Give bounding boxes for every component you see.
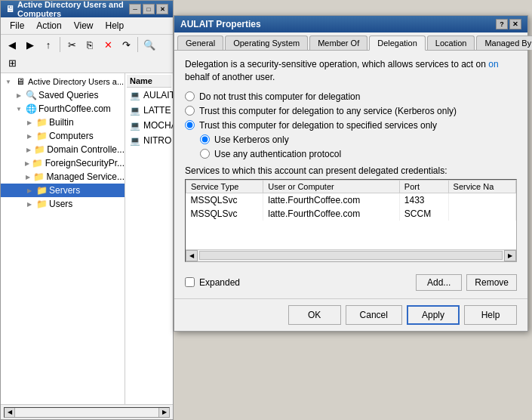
radio-input-2[interactable] bbox=[185, 106, 195, 116]
tree-item-builtin[interactable]: ▶ 📁 Builtin bbox=[1, 116, 125, 129]
tab-general[interactable]: General bbox=[177, 36, 223, 50]
toolbar-sep1 bbox=[60, 37, 60, 52]
expand-users[interactable]: ▶ bbox=[23, 198, 35, 210]
expanded-label: Expanded bbox=[199, 277, 240, 288]
tab-delegation[interactable]: Delegation bbox=[369, 36, 426, 51]
tree-item-managed[interactable]: ▶ 📁 Managed Service... bbox=[1, 170, 125, 184]
toolbar-cut[interactable]: ✂ bbox=[63, 36, 80, 53]
tab-location[interactable]: Location bbox=[427, 36, 475, 50]
content-area: ▼ 🖥 Active Directory Users a... ▶ 🔍 Save… bbox=[1, 73, 173, 404]
list-panel: Name 💻 AULAIT 💻 LATTE 💻 MOCHA 💻 NITRO bbox=[125, 73, 173, 404]
expand-domain[interactable]: ▼ bbox=[13, 103, 25, 115]
toolbar-grid[interactable]: ⊞ bbox=[4, 54, 20, 71]
dialog-footer: OK Cancel Apply Help bbox=[174, 298, 527, 331]
cell-user-computer-1: latte.FourthCoffee.com bbox=[263, 193, 400, 207]
table-row-1[interactable]: MSSQLSvc latte.FourthCoffee.com 1433 bbox=[186, 193, 516, 207]
radio-sub-options: Use Kerberos only Use any authentication… bbox=[200, 134, 517, 159]
dialog: AULAIT Properties ? ✕ General Operating … bbox=[174, 15, 528, 332]
tree-item-root[interactable]: ▼ 🖥 Active Directory Users a... bbox=[1, 75, 125, 88]
tab-managed-by[interactable]: Managed By bbox=[476, 36, 532, 50]
apply-button[interactable]: Apply bbox=[407, 305, 460, 325]
radio-suboption-2[interactable]: Use any authentication protocol bbox=[200, 149, 517, 159]
add-button[interactable]: Add... bbox=[416, 274, 462, 291]
toolbar-copy[interactable]: ⎘ bbox=[81, 36, 98, 53]
expand-servers[interactable]: ▶ bbox=[23, 184, 35, 196]
col-user-or-computer[interactable]: User or Computer bbox=[263, 180, 400, 193]
tree-item-saved[interactable]: ▶ 🔍 Saved Queries bbox=[1, 88, 125, 102]
menu-action[interactable]: Action bbox=[30, 19, 67, 32]
cell-service-name-1 bbox=[448, 193, 515, 207]
tree-item-domain[interactable]: ▼ 🌐 FourthCoffee.com bbox=[1, 102, 125, 116]
label-users: Users bbox=[49, 199, 72, 209]
radio-option-2[interactable]: Trust this computer for delegation to an… bbox=[185, 106, 517, 116]
expand-saved[interactable]: ▶ bbox=[13, 89, 25, 101]
hscroll-left[interactable]: ◀ bbox=[186, 250, 198, 261]
cell-user-computer-2: latte.FourthCoffee.com bbox=[263, 207, 400, 221]
radio-label-3: Trust this computer for delegation to sp… bbox=[199, 120, 437, 131]
help-button[interactable]: Help bbox=[464, 305, 517, 325]
radio-sub-input-2[interactable] bbox=[200, 149, 210, 159]
tree-item-fsp[interactable]: ▶ 📁 ForeignSecurityPr... bbox=[1, 156, 125, 170]
col-port[interactable]: Port bbox=[399, 180, 448, 193]
expand-fsp[interactable]: ▶ bbox=[23, 157, 32, 169]
expanded-checkbox[interactable] bbox=[185, 277, 195, 287]
toolbar-back[interactable]: ◀ bbox=[4, 36, 20, 53]
main-title-bar: 🖥 Active Directory Users and Computers ─… bbox=[1, 1, 173, 17]
tab-member-of[interactable]: Member Of bbox=[309, 36, 367, 50]
toolbar-up[interactable]: ↑ bbox=[40, 36, 57, 53]
icon-domain: 🌐 bbox=[25, 103, 37, 115]
icon-computers: 📁 bbox=[35, 130, 48, 142]
tree-item-users[interactable]: ▶ 📁 Users bbox=[1, 197, 125, 211]
add-remove-buttons: Add... Remove bbox=[416, 274, 517, 291]
ok-button[interactable]: OK bbox=[288, 305, 341, 325]
table-hscroll[interactable]: ◀ ▶ bbox=[186, 249, 516, 261]
col-service-name[interactable]: Service Na bbox=[448, 180, 515, 193]
menu-help[interactable]: Help bbox=[100, 19, 131, 32]
cell-service-type-1: MSSQLSvc bbox=[186, 193, 263, 207]
label-builtin: Builtin bbox=[49, 117, 74, 128]
toolbar-sep2 bbox=[137, 37, 138, 52]
cancel-button[interactable]: Cancel bbox=[346, 305, 402, 325]
expand-managed[interactable]: ▶ bbox=[23, 171, 33, 183]
toolbar-properties[interactable]: 🔍 bbox=[141, 36, 158, 53]
expand-computers[interactable]: ▶ bbox=[23, 130, 35, 142]
main-close-btn[interactable]: ✕ bbox=[156, 4, 168, 14]
radio-sub-input-1[interactable] bbox=[200, 134, 210, 144]
toolbar-refresh[interactable]: ↷ bbox=[118, 36, 134, 53]
label-servers: Servers bbox=[49, 185, 80, 196]
expand-builtin[interactable]: ▶ bbox=[23, 116, 35, 128]
dialog-close-btn[interactable]: ✕ bbox=[509, 19, 521, 29]
radio-option-3[interactable]: Trust this computer for delegation to sp… bbox=[185, 120, 517, 131]
label-aulait: AULAIT bbox=[143, 90, 173, 100]
radio-suboption-1[interactable]: Use Kerberos only bbox=[200, 134, 517, 145]
expand-dc[interactable]: ▶ bbox=[23, 144, 33, 156]
menu-file[interactable]: File bbox=[4, 19, 30, 32]
label-nitro: NITRO bbox=[143, 135, 171, 146]
table-row-2[interactable]: MSSQLSvc latte.FourthCoffee.com SCCM bbox=[186, 207, 516, 221]
list-item-mocha[interactable]: 💻 MOCHA bbox=[127, 118, 171, 133]
main-minimize-btn[interactable]: ─ bbox=[129, 4, 141, 14]
list-item-nitro[interactable]: 💻 NITRO bbox=[127, 133, 171, 148]
list-item-aulait[interactable]: 💻 AULAIT bbox=[127, 88, 171, 103]
tab-operating-system[interactable]: Operating System bbox=[225, 36, 308, 50]
expand-root[interactable]: ▼ bbox=[2, 76, 14, 88]
dialog-help-btn[interactable]: ? bbox=[496, 19, 508, 29]
toolbar-forward[interactable]: ▶ bbox=[22, 36, 38, 53]
tree-item-servers[interactable]: ▶ 📁 Servers bbox=[1, 184, 125, 197]
list-item-latte[interactable]: 💻 LATTE bbox=[127, 103, 171, 118]
hscroll-track[interactable] bbox=[199, 251, 503, 260]
col-service-type[interactable]: Service Type bbox=[186, 180, 263, 193]
label-saved: Saved Queries bbox=[38, 90, 98, 100]
delegation-link[interactable]: on bbox=[488, 59, 498, 69]
radio-option-1[interactable]: Do not trust this computer for delegatio… bbox=[185, 91, 517, 102]
tree-item-computers[interactable]: ▶ 📁 Computers bbox=[1, 129, 125, 143]
remove-button[interactable]: Remove bbox=[466, 274, 517, 291]
toolbar-delete[interactable]: ✕ bbox=[100, 36, 116, 53]
menu-view[interactable]: View bbox=[68, 19, 100, 32]
tree-item-dc[interactable]: ▶ 📁 Domain Controlle... bbox=[1, 143, 125, 156]
main-maximize-btn[interactable]: □ bbox=[143, 4, 155, 14]
hscroll-right[interactable]: ▶ bbox=[504, 250, 516, 261]
radio-input-3[interactable] bbox=[185, 120, 195, 130]
horizontal-scrollbar[interactable]: ◀ ▶ bbox=[4, 407, 170, 418]
radio-input-1[interactable] bbox=[185, 91, 195, 101]
